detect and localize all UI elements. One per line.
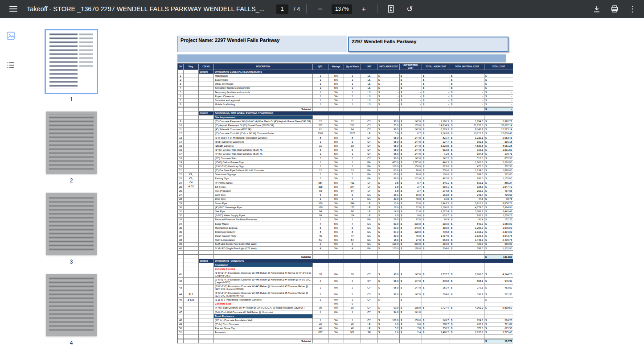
cell: 5% (328, 95, 344, 99)
cell (199, 116, 214, 120)
cell: 1 (313, 298, 328, 302)
cell (199, 140, 214, 144)
money-cell: $1,050.00 (484, 222, 513, 226)
table-row: 35Mushashino Zelkova55%5EA$60.0$240.0$31… (178, 226, 513, 230)
table-row: 14(5'x5') Concrete Easement15%1CY$98.0$1… (178, 140, 513, 144)
table-row: 25& C5Silt Fence3285%344LF$1.8$2.7$619.1… (178, 185, 513, 189)
money-cell: $90.0 (400, 169, 422, 173)
thumbnails-view-toggle[interactable] (4, 29, 17, 42)
money-cell: $946.90 (484, 278, 513, 285)
cell: 1 (344, 152, 361, 156)
cell: 394 (344, 202, 361, 206)
cell (361, 302, 377, 306)
pdf-viewer-canvas[interactable]: Project Name: 2297 Wendell Falls Parkway… (134, 18, 644, 355)
cell: EA (361, 247, 377, 251)
kebab-menu-icon: ⋮ (628, 5, 636, 13)
money-cell: $2,727.4 (422, 306, 450, 310)
table-row: 33Reduced Pressure Backflow Preventer15%… (178, 218, 513, 222)
cell: 1 (313, 103, 328, 107)
rotate-button[interactable]: ↺ (402, 2, 417, 16)
table-row: 21(8") Dia Steel Pipe Bollards W/ Infill… (178, 169, 513, 173)
cell (422, 251, 450, 255)
money-cell: $1,737.7 (422, 271, 450, 278)
cell: EA (361, 238, 377, 242)
cell: EA (361, 173, 377, 177)
cell (313, 335, 328, 339)
money-cell: $132.0 (400, 177, 422, 181)
cell (328, 267, 344, 271)
money-cell: $- (400, 74, 422, 78)
more-options-button[interactable]: ⋮ (625, 2, 640, 16)
cell (199, 103, 214, 107)
column-header: TOTAL MATERIAL COST (450, 64, 484, 70)
zoom-in-button[interactable]: + (357, 2, 371, 16)
page-number-input[interactable]: 1 (276, 4, 288, 14)
money-cell: $623.7 (422, 214, 450, 218)
page-thumbnail-2[interactable]: 2 (46, 111, 97, 184)
divider (306, 4, 307, 13)
cell: 328 (313, 185, 328, 189)
money-cell: $90.0 (400, 173, 422, 177)
cell (313, 255, 328, 259)
cell: 2 (344, 285, 361, 291)
cell: 1 (344, 95, 361, 99)
money-cell: $147.0 (400, 120, 422, 124)
money-cell: $5,915.2 (450, 202, 484, 206)
money-cell: $2.7 (400, 185, 422, 189)
page-thumbnail-3[interactable]: 3 (46, 193, 97, 265)
cell (450, 267, 484, 271)
money-cell: $3,943.5 (422, 202, 450, 206)
description-cell: (5'x5') Concrete Easement (214, 140, 313, 144)
cell: CY (361, 285, 377, 291)
money-cell: $1.8 (377, 185, 400, 189)
menu-button[interactable] (6, 2, 21, 16)
thumbnail-page-preview (46, 274, 97, 336)
money-cell: $3,220.5 (422, 144, 450, 148)
cell (184, 238, 199, 242)
table-row: 2Supervision15%1LS$-$-$-$-$- (178, 78, 513, 82)
fit-page-button[interactable] (384, 2, 398, 16)
money-cell: $- (484, 99, 513, 103)
cell (199, 120, 214, 124)
money-cell: $319.18 (484, 140, 513, 144)
cell (199, 238, 214, 242)
money-cell: $98.0 (377, 148, 400, 152)
cell (344, 255, 361, 259)
cell (184, 99, 199, 103)
zoom-out-button[interactable]: − (313, 2, 327, 16)
money-cell: $50.0 (377, 222, 400, 226)
download-button[interactable] (590, 2, 604, 16)
cell: 22 (178, 173, 184, 177)
page-thumbnail-1[interactable]: 1 (46, 30, 97, 103)
page-thumbnail-4[interactable]: 4 (46, 274, 97, 346)
money-cell: $1,377.4 (422, 210, 450, 214)
money-cell: $- (422, 99, 450, 103)
cell (313, 267, 328, 271)
outline-view-toggle[interactable] (4, 59, 17, 71)
description-cell: Sugar Maple (214, 222, 313, 226)
column-header: UNIT MATERIAL COST (400, 64, 422, 70)
money-cell: $60.9 (422, 218, 450, 222)
table-row (178, 251, 513, 255)
print-button[interactable] (607, 2, 622, 16)
cell (184, 152, 199, 156)
money-cell: $- (377, 87, 400, 91)
cell: 5% (328, 103, 344, 107)
table-row: 51Formwork8875%931SF$1.6$2.4$1,490.2$2,2… (178, 330, 513, 334)
table-row: 4Temporary facilities and controls15%1LS… (178, 87, 513, 91)
money-cell: $433.1 (450, 322, 484, 326)
cell: 5% (328, 222, 344, 226)
cell: 28 (178, 198, 184, 202)
cell (199, 285, 214, 291)
table-row: Subtotal$- (178, 107, 513, 111)
cell (422, 267, 450, 271)
cell: 38 (178, 238, 184, 242)
money-cell: $315.0 (422, 165, 450, 169)
cell: LS (361, 87, 377, 91)
cell: 212 (344, 124, 361, 128)
cell: 51 (178, 330, 184, 334)
money-cell: $1,794.5 (450, 120, 484, 124)
table-row: 26Inlet Protection935%97LF$1.8$2.7$174.8… (178, 189, 513, 193)
cell: CY (361, 310, 377, 314)
cell (377, 335, 400, 339)
